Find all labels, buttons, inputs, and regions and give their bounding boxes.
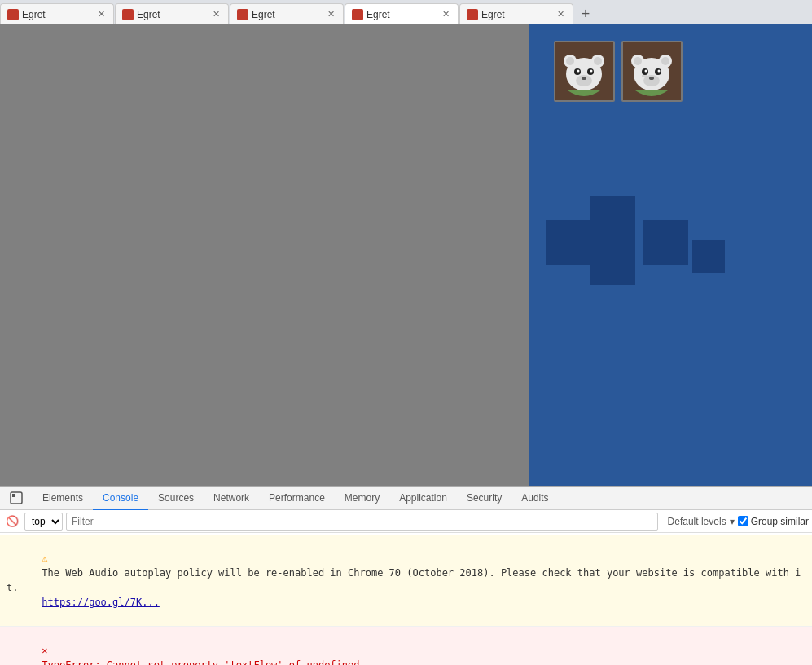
bear-svg-1 bbox=[558, 45, 611, 98]
console-levels-dropdown[interactable]: Default levels ▾ bbox=[668, 516, 735, 527]
console-context-select[interactable]: top bbox=[24, 513, 63, 531]
game-canvas-left bbox=[0, 24, 529, 486]
bear-image-2 bbox=[621, 41, 683, 102]
warning-icon: ⚠ bbox=[42, 553, 47, 564]
game-squares-area bbox=[538, 196, 798, 293]
game-square-1 bbox=[546, 220, 590, 265]
browser-tab-2[interactable]: Egret ✕ bbox=[115, 3, 229, 24]
console-error-text: TypeError: Cannot set property 'textFlow… bbox=[42, 659, 359, 665]
game-square-4 bbox=[643, 220, 688, 265]
devtools-toolbar: Elements Console Sources Network Perform… bbox=[0, 487, 812, 510]
devtools-console-output[interactable]: ⚠ The Web Audio autoplay policy will be … bbox=[0, 533, 812, 665]
devtools-tab-application[interactable]: Application bbox=[389, 487, 457, 510]
game-square-2 bbox=[590, 196, 635, 240]
svg-point-5 bbox=[594, 57, 602, 65]
group-similar-text: Group similar bbox=[751, 516, 809, 527]
console-filter-input[interactable] bbox=[66, 513, 658, 531]
svg-point-4 bbox=[566, 57, 574, 65]
devtools-tab-console[interactable]: Console bbox=[93, 487, 148, 510]
devtools-tab-memory[interactable]: Memory bbox=[335, 487, 389, 510]
group-similar-checkbox[interactable] bbox=[738, 516, 748, 526]
tab-favicon-1 bbox=[7, 9, 19, 20]
tab-title-2: Egret bbox=[137, 9, 207, 20]
error-icon: ✕ bbox=[42, 645, 47, 656]
tab-title-5: Egret bbox=[481, 9, 551, 20]
game-square-5 bbox=[692, 240, 725, 273]
inspect-icon bbox=[10, 491, 23, 504]
tab-favicon-5 bbox=[467, 9, 478, 20]
svg-rect-26 bbox=[12, 494, 15, 497]
console-clear-button[interactable]: 🚫 bbox=[3, 513, 21, 531]
devtools-tab-audits[interactable]: Audits bbox=[511, 487, 558, 510]
tab-favicon-4 bbox=[352, 9, 363, 20]
tab-inspect-icon[interactable] bbox=[0, 487, 33, 510]
svg-point-17 bbox=[661, 57, 669, 65]
tab-close-2[interactable]: ✕ bbox=[210, 9, 222, 20]
tab-close-3[interactable]: ✕ bbox=[325, 9, 336, 20]
tab-favicon-2 bbox=[122, 9, 134, 20]
svg-point-10 bbox=[590, 70, 593, 73]
new-tab-button[interactable]: + bbox=[574, 3, 597, 24]
group-similar-label[interactable]: Group similar bbox=[738, 516, 809, 527]
devtools-panel: Elements Console Sources Network Perform… bbox=[0, 486, 812, 665]
browser-tab-1[interactable]: Egret ✕ bbox=[0, 3, 114, 24]
console-levels-label: Default levels bbox=[668, 516, 726, 527]
main-content-area bbox=[0, 24, 812, 486]
bear-images-container bbox=[554, 41, 683, 102]
console-error-line: ✕ TypeError: Cannot set property 'textFl… bbox=[0, 627, 812, 665]
browser-tabs-bar: Egret ✕ Egret ✕ Egret ✕ Egret ✕ Egret ✕ … bbox=[0, 0, 812, 24]
devtools-console-bar: 🚫 top Default levels ▾ Group similar bbox=[0, 510, 812, 533]
tab-close-1[interactable]: ✕ bbox=[95, 9, 107, 20]
tab-title-3: Egret bbox=[252, 9, 322, 20]
console-warning-line: ⚠ The Web Audio autoplay policy will be … bbox=[0, 535, 812, 627]
svg-point-16 bbox=[634, 57, 642, 65]
tab-close-4[interactable]: ✕ bbox=[440, 9, 451, 20]
bear-svg-2 bbox=[625, 45, 678, 98]
chevron-down-icon: ▾ bbox=[730, 516, 735, 527]
svg-point-22 bbox=[658, 70, 661, 73]
game-square-3 bbox=[590, 240, 635, 285]
browser-tab-3[interactable]: Egret ✕ bbox=[230, 3, 344, 24]
devtools-tab-elements[interactable]: Elements bbox=[33, 487, 93, 510]
browser-tab-5[interactable]: Egret ✕ bbox=[459, 3, 573, 24]
devtools-tab-security[interactable]: Security bbox=[457, 487, 511, 510]
tab-title-4: Egret bbox=[366, 9, 437, 20]
svg-point-9 bbox=[577, 70, 580, 73]
devtools-tab-sources[interactable]: Sources bbox=[148, 487, 204, 510]
devtools-tab-network[interactable]: Network bbox=[204, 487, 259, 510]
tab-title-1: Egret bbox=[22, 9, 92, 20]
browser-tab-4[interactable]: Egret ✕ bbox=[345, 3, 459, 24]
svg-point-23 bbox=[649, 77, 654, 80]
svg-point-11 bbox=[582, 77, 586, 80]
tab-favicon-3 bbox=[237, 9, 248, 20]
bear-image-1 bbox=[554, 41, 615, 102]
tab-close-5[interactable]: ✕ bbox=[555, 9, 566, 20]
console-warning-link[interactable]: https://goo.gl/7K... bbox=[42, 597, 160, 608]
console-warning-text: The Web Audio autoplay policy will be re… bbox=[7, 567, 801, 593]
game-canvas-right bbox=[529, 24, 812, 486]
devtools-tab-performance[interactable]: Performance bbox=[259, 487, 335, 510]
svg-point-21 bbox=[645, 70, 647, 73]
